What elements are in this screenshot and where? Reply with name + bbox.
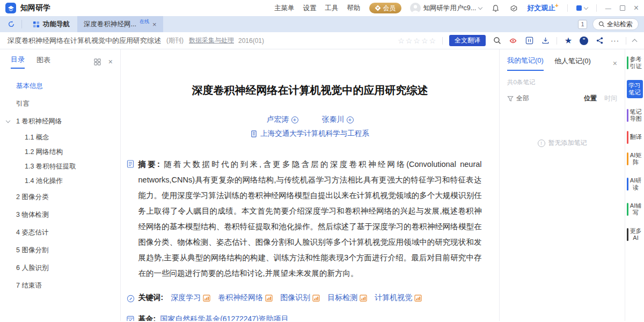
inbox-icon[interactable]: [509, 3, 518, 13]
promo-link[interactable]: 好文观止+: [527, 3, 558, 13]
outline-item[interactable]: 1.4 池化操作: [0, 174, 120, 188]
vip-badge[interactable]: 会员: [369, 3, 401, 13]
global-search-button[interactable]: 全站检索: [592, 18, 639, 30]
window-minimize-button[interactable]: —: [605, 5, 611, 11]
document-header: 深度卷积神经网络在计算机视觉中的应用研究综述 (期刊) 数据采集与处理 2016…: [0, 32, 644, 49]
search-icon: [598, 21, 605, 27]
sparkle-plus-icon: +: [555, 2, 558, 9]
add-author-icon[interactable]: +: [291, 116, 298, 123]
outline-item[interactable]: 基本信息: [0, 77, 120, 95]
color-bar: [627, 131, 628, 144]
color-bar: [627, 109, 628, 122]
tab-my-notes[interactable]: 我的笔记(0): [507, 56, 544, 71]
tab-catalog[interactable]: 目录: [11, 55, 25, 69]
keyword-link[interactable]: 目标检测: [327, 293, 367, 303]
document-tab[interactable]: 深度卷积神经网... 在线 ×: [77, 16, 163, 32]
outline-item[interactable]: 1.3 卷积特征提取: [0, 159, 120, 174]
outline-item[interactable]: 3 物体检测: [0, 206, 120, 224]
rail-item-more-ai[interactable]: 更多AI: [627, 226, 643, 243]
window-close-button[interactable]: ×: [634, 3, 639, 13]
keyword-trend-icon: [312, 295, 320, 302]
function-nav-button[interactable]: 功能导航: [25, 16, 77, 32]
citation-quote-icon[interactable]: ”: [580, 36, 588, 45]
chevron-down-icon: [478, 5, 482, 9]
tab-others-notes[interactable]: 他人笔记(0): [554, 56, 591, 70]
affiliation-link[interactable]: 上海交通大学计算机科学与工程系: [138, 129, 482, 138]
fund-link[interactable]: 国家自然科学基金(61272247)资助项目: [160, 314, 289, 321]
compare-read-icon[interactable]: [524, 36, 534, 46]
panel-close-icon[interactable]: ×: [108, 57, 113, 66]
star-icon[interactable]: ☆: [421, 36, 428, 45]
theme-switcher[interactable]: [576, 5, 588, 11]
abstract-label: 摘要:: [138, 160, 160, 169]
rating-stars[interactable]: ☆☆☆☆☆: [398, 36, 436, 45]
author-link[interactable]: 张秦川+: [322, 115, 354, 125]
pdf-icon[interactable]: [508, 36, 518, 46]
keyword-link[interactable]: 卷积神经网络: [218, 293, 273, 303]
favorite-star-icon[interactable]: ★: [564, 36, 573, 46]
search-in-document-icon[interactable]: [492, 36, 502, 46]
window-maximize-button[interactable]: [620, 5, 625, 11]
outline-item[interactable]: 7 结束语: [0, 277, 120, 295]
outline-item[interactable]: 6 人脸识别: [0, 259, 120, 277]
fund-label: 基金:: [138, 314, 156, 321]
rail-item-ai-write[interactable]: AI辅写: [627, 201, 643, 217]
refresh-icon[interactable]: [4, 20, 18, 28]
keyword-link[interactable]: 图像识别: [280, 293, 320, 303]
collapse-header-icon[interactable]: [632, 39, 638, 45]
star-icon[interactable]: ☆: [398, 36, 405, 45]
star-icon[interactable]: ☆: [413, 36, 420, 45]
keyword-link[interactable]: 计算机视觉: [375, 293, 422, 303]
layout-grid-icon[interactable]: [94, 58, 101, 65]
divider: [442, 37, 443, 45]
notifications-bell-icon[interactable]: [491, 3, 500, 13]
app-title: 知网研学: [20, 3, 50, 13]
filter-funnel-icon[interactable]: [507, 96, 514, 102]
rail-item-ai-matrix[interactable]: AI矩阵: [627, 151, 643, 167]
notes-empty-state: ! 暂无添加笔记: [500, 138, 625, 148]
outline-item[interactable]: 5 图像分割: [0, 241, 120, 259]
notes-count: 共0条笔记: [500, 71, 625, 86]
color-bar: [627, 203, 628, 216]
full-text-translate-button[interactable]: 全文翻译: [449, 35, 486, 46]
outline-item[interactable]: 4 姿态估计: [0, 224, 120, 241]
vip-diamond-icon: [375, 5, 381, 11]
outline-item[interactable]: 1.2 网络结构: [0, 145, 120, 159]
author-link[interactable]: 卢宏涛+: [267, 115, 298, 125]
star-icon[interactable]: ☆: [429, 36, 436, 45]
rail-item-study-notes[interactable]: 学习笔记: [627, 80, 643, 98]
menu-tools[interactable]: 工具: [325, 4, 339, 13]
tab-figures[interactable]: 图表: [36, 55, 50, 68]
more-options-icon[interactable]: ···: [611, 36, 619, 45]
info-circle-icon: !: [538, 140, 545, 147]
star-icon[interactable]: ☆: [406, 36, 413, 45]
share-icon[interactable]: [595, 36, 604, 46]
add-author-icon[interactable]: +: [347, 116, 354, 123]
menu-settings[interactable]: 设置: [303, 4, 317, 13]
username: 知网研学用户c9...: [423, 4, 477, 13]
sort-by-time-button[interactable]: 时间: [604, 94, 617, 103]
menu-help[interactable]: 帮助: [347, 4, 361, 13]
journal-link[interactable]: 数据采集与处理: [189, 36, 234, 45]
chevron-down-icon[interactable]: [6, 119, 10, 123]
keyword-trend-icon: [265, 295, 273, 302]
rail-item-ai-read[interactable]: AI研读: [627, 176, 643, 192]
outline-item[interactable]: 2 图像分类: [0, 188, 120, 206]
keyword-link[interactable]: 深度学习: [171, 293, 210, 303]
outline-item[interactable]: 引言: [0, 95, 120, 113]
filter-all-button[interactable]: 全部: [516, 94, 529, 103]
avatar: [410, 3, 421, 13]
notes-close-icon[interactable]: ×: [613, 59, 617, 68]
menu-main[interactable]: 主菜单: [274, 4, 295, 13]
user-account[interactable]: 知网研学用户c9...: [410, 3, 482, 13]
outline-item[interactable]: 1.1 概念: [0, 130, 120, 145]
outline-item[interactable]: 1 卷积神经网络: [0, 113, 120, 130]
rail-item-note-map[interactable]: 笔记导图: [627, 107, 643, 123]
tab-close-icon[interactable]: ×: [152, 20, 157, 28]
chevron-down-icon: [583, 5, 588, 9]
sort-by-position-button[interactable]: 位置: [584, 94, 597, 103]
download-icon[interactable]: [540, 36, 550, 46]
tab-count-badge[interactable]: 1: [578, 20, 587, 29]
rail-item-references[interactable]: 参考引证: [627, 55, 643, 71]
rail-item-translate[interactable]: 翻译: [627, 133, 643, 142]
